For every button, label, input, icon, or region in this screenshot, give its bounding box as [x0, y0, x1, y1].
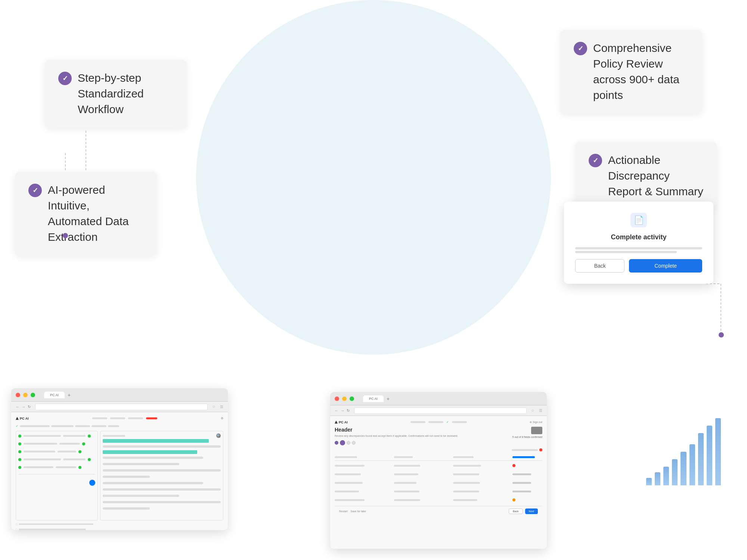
col-header-2	[394, 456, 413, 458]
doc-row-9	[103, 501, 221, 503]
save-label-center[interactable]: Save for later	[351, 510, 366, 513]
checklist-sublabel	[51, 425, 74, 427]
cnav-1	[410, 421, 425, 423]
action-right-center: Back Next	[509, 508, 538, 514]
dot-red-left	[16, 393, 20, 397]
next-button-center[interactable]: Next	[525, 508, 538, 514]
next-page-btn[interactable]	[89, 480, 95, 486]
item-label-5	[24, 466, 53, 468]
section-header-row: Header Review any discrepancies found an…	[335, 427, 542, 445]
nav-item-2	[110, 417, 125, 419]
pdot-1	[335, 441, 338, 445]
item-val-5	[56, 466, 76, 468]
forward-arrow-center[interactable]: →	[341, 408, 344, 413]
url-field-center[interactable]	[354, 407, 527, 414]
item-label-1	[24, 435, 61, 437]
settings-icon-left[interactable]: ⚙	[221, 417, 223, 420]
checkbox-icon-2: □	[16, 528, 17, 531]
star-icon-center[interactable]: ☆	[531, 408, 534, 413]
checkbox-icon-1: □	[16, 523, 17, 526]
tr2-approve-label	[512, 473, 531, 475]
back-button-modal[interactable]: Back	[575, 259, 624, 273]
list-item-1[interactable]	[18, 433, 95, 438]
nav-controls-left: ← → ↻	[16, 405, 31, 409]
browser-left-content: PC AI ⚙ ✓	[11, 412, 228, 530]
col-header-3	[453, 456, 474, 458]
url-field-left[interactable]	[35, 404, 208, 410]
list-items	[18, 433, 95, 486]
zoom-icon[interactable]: 🔍	[216, 433, 221, 438]
browser-tab-center[interactable]: PC AI	[363, 395, 384, 402]
doc-label-1	[103, 435, 125, 437]
star-icon-left[interactable]: ☆	[212, 405, 216, 409]
status-dot-1b	[88, 435, 91, 438]
bar-8	[707, 426, 712, 485]
list-item-4[interactable]	[18, 457, 95, 462]
pdot-3	[347, 441, 350, 445]
pdot-4	[352, 441, 356, 445]
section-title: Header	[335, 427, 458, 433]
disc-dot-red	[539, 448, 542, 451]
dot-green-center	[350, 396, 354, 401]
item-label-4	[24, 458, 61, 460]
connector-dot-bottom	[719, 332, 724, 337]
list-item-2[interactable]	[18, 441, 95, 446]
item-val-4	[63, 458, 86, 460]
complete-button-modal[interactable]: Complete	[629, 259, 702, 273]
back-arrow-left[interactable]: ←	[16, 405, 19, 409]
add-tab-left[interactable]: +	[68, 392, 71, 398]
back-arrow-center[interactable]: ←	[335, 408, 338, 413]
url-bar-center: ← → ↻ ☆ ☰	[330, 405, 547, 416]
person-photo	[205, 0, 542, 373]
tr2-approve	[512, 472, 542, 477]
item-label-2	[24, 443, 57, 445]
list-item-3[interactable]	[18, 449, 95, 454]
logo-text-left: PC AI	[20, 417, 29, 420]
tr1-c1	[335, 465, 365, 467]
status-dot-4	[18, 458, 21, 461]
callout-step-by-step: Step-by-step Standardized Workflow	[45, 60, 187, 128]
item-val-1	[63, 435, 86, 437]
pagination	[18, 480, 95, 486]
menu-icon-center[interactable]: ☰	[539, 408, 542, 413]
nav-items-left	[92, 416, 157, 421]
dot-red-center	[335, 396, 339, 401]
modal-desc	[575, 247, 702, 253]
back-button-center[interactable]: Back	[509, 508, 523, 514]
checkbox-rows: □ □	[16, 522, 223, 530]
doc-row-2	[103, 457, 203, 459]
doc-row-7	[103, 488, 221, 491]
reload-center[interactable]: ↻	[347, 408, 350, 413]
browser-center-content: PC AI ✓ ⊕ Sign out Header Review any dis…	[330, 416, 547, 520]
status-dot-3	[18, 450, 21, 453]
item-val-2	[59, 443, 80, 445]
item-val-3	[58, 451, 76, 452]
callout-ai-extraction: AI-powered Intuitive, Automated Data Ext…	[15, 172, 157, 255]
add-tab-center[interactable]: +	[387, 396, 390, 402]
browser-chrome-left: PC AI +	[11, 388, 228, 402]
browser-tab-left[interactable]: PC AI	[44, 392, 65, 398]
center-nav: ✓	[410, 420, 467, 424]
bar-7	[698, 433, 704, 485]
browser-left: PC AI + ← → ↻ ☆ ☰ PC AI ⚙	[11, 388, 228, 530]
checkbox-label-1	[19, 523, 93, 525]
status-dot-2	[18, 442, 21, 445]
doc-row-4	[103, 469, 221, 472]
chart-bars	[646, 411, 721, 485]
status-dot-5b	[78, 466, 81, 469]
right-doc-panel: 🔍	[100, 431, 223, 520]
restart-label-center[interactable]: Restart	[339, 510, 348, 513]
sign-out-label[interactable]: ⊕ Sign out	[530, 421, 542, 424]
reload-left[interactable]: ↻	[28, 405, 31, 409]
logo-triangle-center	[335, 421, 338, 424]
list-item-5[interactable]	[18, 465, 95, 470]
menu-icon-left[interactable]: ☰	[220, 405, 223, 409]
logo-text-center: PC AI	[339, 420, 348, 424]
table-row-3	[335, 479, 542, 486]
forward-arrow-left[interactable]: →	[22, 405, 25, 409]
callout-discrepancy: Actionable Discrepancy Report & Summary	[575, 142, 717, 210]
check-icon-2	[574, 42, 587, 55]
modal-title: Complete activity	[611, 233, 666, 241]
checkbox-label-2	[19, 529, 86, 530]
discrepancies-filter[interactable]	[512, 448, 542, 452]
